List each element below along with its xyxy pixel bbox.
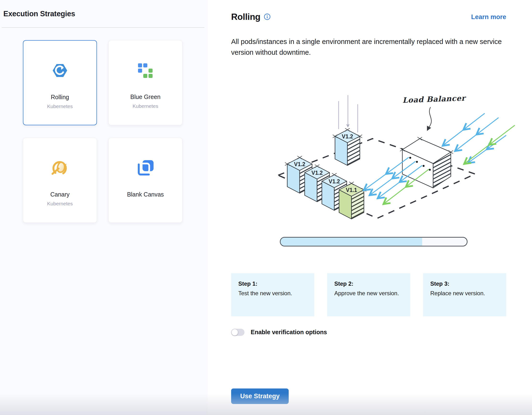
blue-green-icon <box>138 62 153 78</box>
strategy-card-rolling[interactable]: Rolling Kubernetes <box>23 40 97 125</box>
load-balancer-pointer-arrow <box>427 107 431 130</box>
learn-more-link[interactable]: Learn more <box>471 13 506 21</box>
step-card-3: Step 3: Replace new version. <box>423 273 506 316</box>
pod-label: V1.2 <box>342 133 353 140</box>
strategy-card-grid: Rolling Kubernetes Blue Green Kubernetes <box>0 28 208 223</box>
use-strategy-button[interactable]: Use Strategy <box>231 388 289 404</box>
info-icon[interactable] <box>264 13 271 21</box>
step-card-2: Step 2: Approve the new version. <box>327 273 410 316</box>
crane-strings <box>339 95 358 132</box>
incoming-traffic-arrows <box>443 113 515 164</box>
load-balancer-box <box>402 139 451 188</box>
execution-strategies-panel: Execution Strategies Rolling Kubernetes <box>0 0 208 415</box>
pod-label: V1.2 <box>294 161 305 167</box>
panel-title: Execution Strategies <box>0 0 208 18</box>
pod-label: V1.2 <box>329 178 340 185</box>
strategy-card-blank-canvas[interactable]: Blank Canvas <box>108 138 182 223</box>
pod-label: V1.2 <box>311 170 323 176</box>
strategy-card-sublabel: Kubernetes <box>133 103 158 109</box>
step-title: Step 2: <box>334 280 403 287</box>
strategy-description: All pods/instances in a single environme… <box>231 36 503 58</box>
strategy-card-canary[interactable]: Canary Kubernetes <box>23 138 97 223</box>
pod-row: V1.2 V1.2 V1.2 V1.1 <box>285 156 366 219</box>
strategy-card-sublabel: Kubernetes <box>47 104 73 109</box>
rolling-illustration: V1.2 V1.2 V1.2 V1.2 V1.1 <box>231 79 506 233</box>
blank-canvas-icon <box>136 160 154 176</box>
step-title: Step 3: <box>430 280 499 287</box>
toggle-knob <box>231 329 238 336</box>
verification-toggle-label: Enable verification options <box>251 329 327 336</box>
strategy-card-sublabel: Kubernetes <box>47 201 73 207</box>
rolling-icon <box>52 63 68 79</box>
verification-toggle[interactable] <box>231 329 245 336</box>
strategy-card-label: Rolling <box>51 94 69 101</box>
step-description: Replace new version. <box>430 290 499 297</box>
step-card-1: Step 1: Test the new version. <box>231 273 314 316</box>
load-balancer-label: Load Balancer <box>402 94 466 104</box>
strategy-detail-panel: Rolling Learn more All pods/instances in… <box>208 0 532 415</box>
verification-toggle-row: Enable verification options <box>231 329 506 336</box>
steps-row: Step 1: Test the new version. Step 2: Ap… <box>231 273 506 316</box>
canary-icon <box>51 160 69 176</box>
step-title: Step 1: <box>238 280 307 287</box>
pod-incoming: V1.2 <box>333 128 362 165</box>
step-description: Test the new version. <box>238 290 307 297</box>
deployment-progress-fill <box>281 238 422 246</box>
strategy-card-label: Blue Green <box>130 93 161 100</box>
strategy-card-label: Canary <box>50 191 70 198</box>
strategy-card-label: Blank Canvas <box>127 191 164 198</box>
deployment-progress-bar <box>280 237 467 247</box>
detail-title: Rolling <box>231 12 260 22</box>
step-description: Approve the new version. <box>334 290 403 297</box>
pod-label: V1.1 <box>346 187 357 193</box>
detail-header: Rolling Learn more <box>231 12 506 22</box>
strategy-card-blue-green[interactable]: Blue Green Kubernetes <box>108 40 182 125</box>
